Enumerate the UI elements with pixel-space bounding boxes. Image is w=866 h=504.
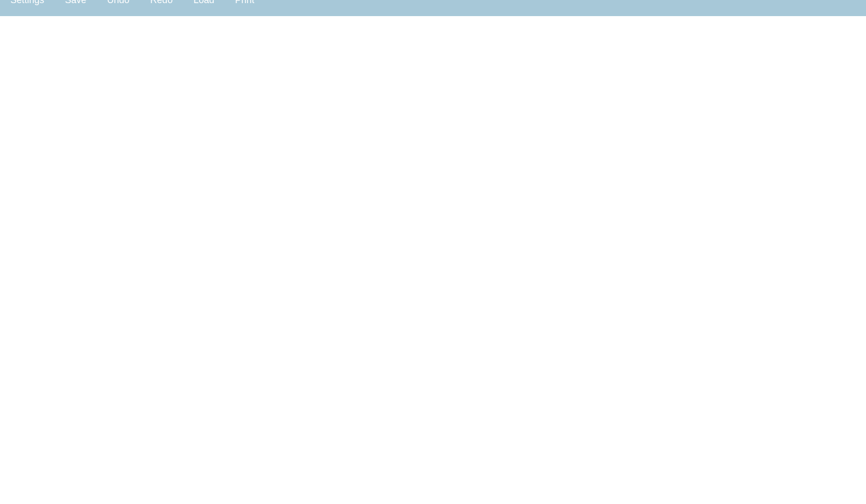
- top-menu: Settings Save Undo Redo Load Print: [0, 0, 866, 16]
